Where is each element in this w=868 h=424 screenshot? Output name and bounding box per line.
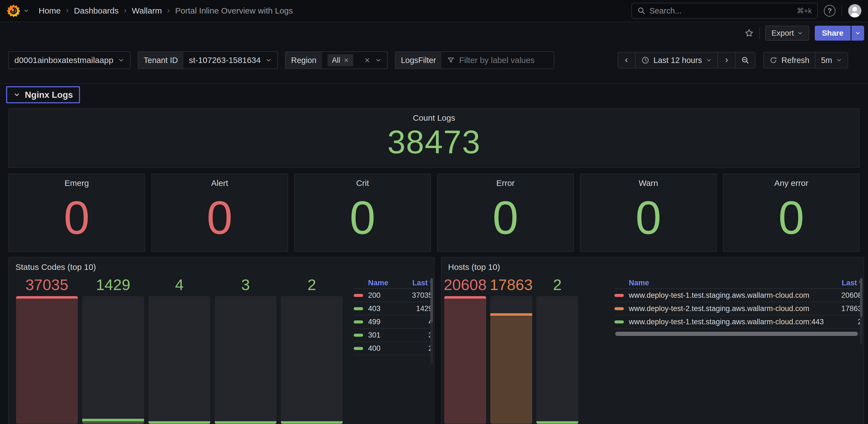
legend-header[interactable]: NameLast * — [354, 277, 433, 289]
legend-series-value: 20608 — [841, 291, 862, 300]
top-navbar: HomeDashboardsWallarmPortal Inline Overv… — [0, 0, 868, 22]
stat-title: Alert — [152, 174, 287, 188]
panel-title: Hosts (top 10) — [441, 257, 864, 272]
stat-panel-crit: Crit0 — [294, 173, 431, 252]
legend-row[interactable]: 4002 — [354, 342, 433, 355]
breadcrumb-item[interactable]: Dashboards — [74, 6, 119, 16]
bar-fill — [536, 421, 578, 424]
region-clear-icon[interactable] — [364, 57, 371, 63]
help-icon[interactable]: ? — [824, 5, 835, 17]
legend-row[interactable]: www.deploy-test-1.test.staging.aws.walla… — [615, 315, 862, 329]
breadcrumb-item: Portal Inline Overview with Logs — [175, 6, 293, 16]
legend-column-name[interactable]: Name — [354, 279, 412, 287]
bar-value-label: 37035 — [25, 276, 68, 293]
bar-value-label: 17863 — [490, 276, 533, 293]
legend-row[interactable]: 20037035 — [354, 289, 433, 302]
region-dropdown[interactable]: Region All — [285, 51, 388, 69]
panel-count-logs: Count Logs 38473 — [8, 108, 860, 168]
export-label: Export — [771, 29, 794, 37]
user-avatar[interactable] — [848, 4, 861, 18]
legend-row[interactable]: www.deploy-test-2.test.staging.aws.walla… — [615, 302, 862, 315]
bar-cap — [444, 296, 486, 299]
legend-series-name: 400 — [368, 344, 424, 353]
legend-header[interactable]: NameLast * — [615, 277, 862, 289]
legend-series-name: 403 — [368, 304, 412, 313]
tenant-id-dropdown[interactable]: Tenant ID st-107263-1581634 — [138, 51, 278, 69]
app-variable-dropdown[interactable]: d0001ainboxatestmailaapp — [8, 51, 130, 69]
stats-row: Emerg0Alert0Crit0Error0Warn0Any error0 — [8, 173, 860, 252]
org-switcher-chevron-icon[interactable] — [23, 8, 29, 14]
legend-series-name: 200 — [368, 291, 407, 300]
filter-funnel-icon — [447, 56, 455, 64]
legend-series-value: 37035 — [412, 291, 433, 300]
series-color-swatch — [354, 307, 363, 310]
bar-301 — [215, 296, 276, 424]
stat-title: Error — [438, 174, 574, 188]
chevron-right-icon — [65, 8, 70, 13]
refresh-button[interactable]: Refresh — [764, 53, 815, 68]
refresh-label: Refresh — [781, 56, 809, 65]
refresh-interval-dropdown[interactable]: 5m — [815, 53, 847, 68]
chevron-down-icon — [797, 30, 803, 36]
legend-row[interactable]: www.deploy-test-1.test.staging.aws.walla… — [615, 289, 862, 302]
time-zoom-out-button[interactable] — [735, 53, 755, 68]
chevron-down-icon — [265, 57, 272, 63]
logs-filter-input[interactable]: LogsFilter Filter by label values — [395, 51, 554, 69]
breadcrumb: HomeDashboardsWallarmPortal Inline Overv… — [39, 6, 293, 16]
hosts-legend: NameLast *www.deploy-test-1.test.staging… — [615, 277, 862, 336]
tenant-id-value: st-107263-1581634 — [189, 56, 261, 65]
bar-400 — [281, 296, 343, 424]
toolbar-divider — [759, 28, 760, 39]
grafana-logo-icon[interactable] — [7, 4, 21, 18]
share-menu-chevron-icon[interactable] — [851, 26, 864, 40]
time-range-picker[interactable]: Last 12 hours — [635, 53, 717, 68]
bar-cap — [281, 421, 343, 424]
panel-status-codes: Status Codes (top 10) NameLast *20037035… — [8, 257, 435, 424]
series-color-swatch — [354, 347, 363, 350]
legend-row[interactable]: 4031429 — [354, 302, 433, 315]
legend-horizontal-scrollbar — [615, 332, 862, 336]
legend-vertical-scrollbar[interactable] — [860, 278, 863, 344]
favorite-star-icon[interactable] — [744, 28, 754, 38]
time-shift-back-button[interactable] — [618, 53, 635, 68]
panel-title: Status Codes (top 10) — [9, 257, 434, 272]
bar-www.deploy-test-1.test.staging.aws.wallarm-cloud.com:443 — [536, 296, 578, 424]
bar-fill — [215, 421, 276, 424]
bar-cap — [536, 421, 578, 424]
region-chip-all[interactable]: All — [328, 54, 353, 66]
legend-column-last[interactable]: Last * — [841, 279, 862, 287]
scrollbar-thumb[interactable] — [615, 332, 858, 336]
bar-value-label: 20608 — [444, 276, 487, 293]
count-logs-value: 38473 — [9, 123, 859, 161]
legend-row[interactable]: 4994 — [354, 315, 433, 329]
export-button[interactable]: Export — [765, 26, 809, 40]
bar-fill — [281, 421, 343, 424]
stat-panel-emerg: Emerg0 — [8, 173, 145, 252]
refresh-group: Refresh 5m — [763, 52, 848, 68]
legend-row[interactable]: 3013 — [354, 329, 433, 342]
tenant-id-label: Tenant ID — [138, 52, 184, 68]
time-shift-forward-button[interactable] — [717, 53, 735, 68]
search-input[interactable]: Search... ⌘+k — [631, 3, 818, 19]
bar-cap — [82, 419, 144, 421]
stat-title: Any error — [723, 174, 859, 188]
time-range-value: Last 12 hours — [653, 56, 702, 65]
legend-column-last[interactable]: Last * — [412, 279, 433, 287]
chip-close-icon[interactable] — [343, 57, 349, 63]
time-controls: Last 12 hours Refresh — [618, 52, 848, 68]
breadcrumb-item[interactable]: Wallarm — [132, 6, 162, 16]
bar-cap — [490, 313, 532, 316]
legend-column-name[interactable]: Name — [615, 279, 841, 287]
submenu-divider — [0, 83, 868, 84]
series-color-swatch — [615, 294, 624, 297]
share-button[interactable]: Share — [815, 26, 850, 40]
series-color-swatch — [615, 320, 624, 323]
bar-value-label: 2 — [307, 276, 316, 293]
legend-vertical-scrollbar[interactable] — [430, 278, 433, 364]
breadcrumb-item[interactable]: Home — [39, 6, 61, 16]
stat-panel-error: Error0 — [437, 173, 574, 252]
time-range-group: Last 12 hours — [618, 52, 755, 68]
chevron-down-icon — [118, 57, 124, 63]
row-header-nginx-logs[interactable]: Nginx Logs — [6, 86, 80, 103]
bar-value-label: 4 — [175, 276, 184, 293]
